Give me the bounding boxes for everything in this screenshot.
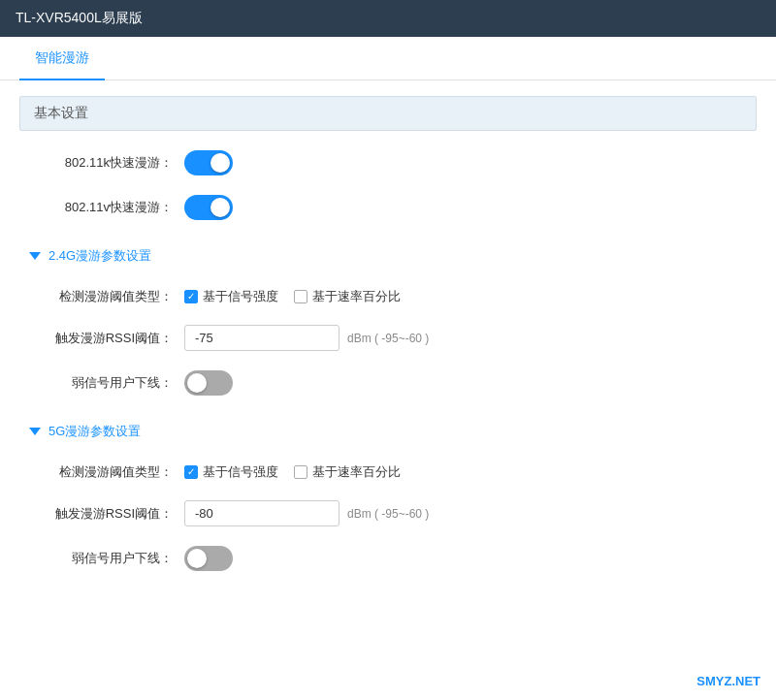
- title-bar-text: TL-XVR5400L易展版: [16, 10, 143, 27]
- weak-signal-5g-track: [184, 546, 233, 571]
- title-bar: TL-XVR5400L易展版: [0, 0, 776, 37]
- band24g-label: 2.4G漫游参数设置: [48, 247, 151, 265]
- weak-signal-5g-thumb: [187, 549, 207, 568]
- band5g-label: 5G漫游参数设置: [48, 423, 141, 440]
- band24g-header[interactable]: 2.4G漫游参数设置: [19, 239, 757, 272]
- weak-signal-24g-track: [184, 370, 233, 396]
- signal-strength-24g-checkbox[interactable]: [184, 290, 198, 303]
- band24g-arrow-icon: [29, 252, 41, 260]
- toggle-80211v-track: [184, 195, 233, 220]
- tab-smart-roam[interactable]: 智能漫游: [19, 38, 105, 80]
- rssi-5g-input[interactable]: [184, 500, 340, 526]
- weak-signal-24g-label: 弱信号用户下线：: [29, 374, 184, 392]
- rssi-24g-input[interactable]: [184, 325, 340, 351]
- signal-strength-24g-item[interactable]: 基于信号强度: [184, 288, 278, 305]
- rssi-5g-row: 触发漫游RSSI阈值： dBm ( -95~-60 ): [19, 500, 757, 526]
- detect-type-5g-checkboxes: 基于信号强度 基于速率百分比: [184, 463, 401, 481]
- band5g-arrow-icon: [29, 428, 41, 435]
- toggle-80211k-thumb: [210, 153, 230, 173]
- rssi-24g-row: 触发漫游RSSI阈值： dBm ( -95~-60 ): [19, 325, 757, 351]
- detect-type-5g-label: 检测漫游阈值类型：: [29, 463, 184, 481]
- weak-signal-24g-row: 弱信号用户下线：: [19, 370, 757, 396]
- toggle-80211k-label: 802.11k快速漫游：: [29, 154, 184, 172]
- basic-settings-section: 基本设置 802.11k快速漫游： 802.11v快速漫游： 2.4G漫游参数设…: [0, 96, 776, 571]
- rssi-5g-label: 触发漫游RSSI阈值：: [29, 505, 184, 523]
- rssi-24g-hint: dBm ( -95~-60 ): [347, 332, 429, 345]
- weak-signal-24g-switch[interactable]: [184, 370, 233, 396]
- rssi-5g-hint: dBm ( -95~-60 ): [347, 507, 429, 521]
- weak-signal-5g-switch[interactable]: [184, 546, 233, 571]
- detect-type-24g-row: 检测漫游阈值类型： 基于信号强度 基于速率百分比: [19, 288, 757, 305]
- rate-percent-5g-checkbox[interactable]: [294, 465, 307, 479]
- rate-percent-24g-item[interactable]: 基于速率百分比: [294, 288, 401, 305]
- watermark: SMYZ.NET: [696, 674, 760, 688]
- toggle-80211v-thumb: [210, 198, 230, 217]
- toggle-80211k-switch[interactable]: [184, 150, 233, 175]
- detect-type-5g-row: 检测漫游阈值类型： 基于信号强度 基于速率百分比: [19, 463, 757, 481]
- rate-percent-24g-checkbox[interactable]: [294, 290, 307, 303]
- signal-strength-24g-label: 基于信号强度: [203, 288, 278, 305]
- weak-signal-5g-row: 弱信号用户下线：: [19, 546, 757, 571]
- rate-percent-5g-item[interactable]: 基于速率百分比: [294, 463, 401, 481]
- toggle-80211v-label: 802.11v快速漫游：: [29, 199, 184, 216]
- toggle-80211v-row: 802.11v快速漫游：: [19, 195, 757, 220]
- weak-signal-24g-thumb: [187, 373, 207, 393]
- toggle-80211v-switch[interactable]: [184, 195, 233, 220]
- weak-signal-5g-label: 弱信号用户下线：: [29, 550, 184, 567]
- band5g-header[interactable]: 5G漫游参数设置: [19, 415, 757, 448]
- detect-type-24g-label: 检测漫游阈值类型：: [29, 288, 184, 305]
- signal-strength-5g-item[interactable]: 基于信号强度: [184, 463, 278, 481]
- rssi-24g-label: 触发漫游RSSI阈值：: [29, 330, 184, 347]
- signal-strength-5g-label: 基于信号强度: [203, 463, 278, 481]
- detect-type-24g-checkboxes: 基于信号强度 基于速率百分比: [184, 288, 401, 305]
- signal-strength-5g-checkbox[interactable]: [184, 465, 198, 479]
- toggle-80211k-track: [184, 150, 233, 175]
- tab-bar: 智能漫游: [0, 37, 776, 80]
- toggle-80211k-row: 802.11k快速漫游：: [19, 150, 757, 175]
- basic-settings-header: 基本设置: [19, 96, 757, 131]
- rate-percent-24g-label: 基于速率百分比: [312, 288, 401, 305]
- rate-percent-5g-label: 基于速率百分比: [312, 463, 401, 481]
- main-container: 智能漫游 基本设置 802.11k快速漫游： 802.11v快速漫游：: [0, 37, 776, 700]
